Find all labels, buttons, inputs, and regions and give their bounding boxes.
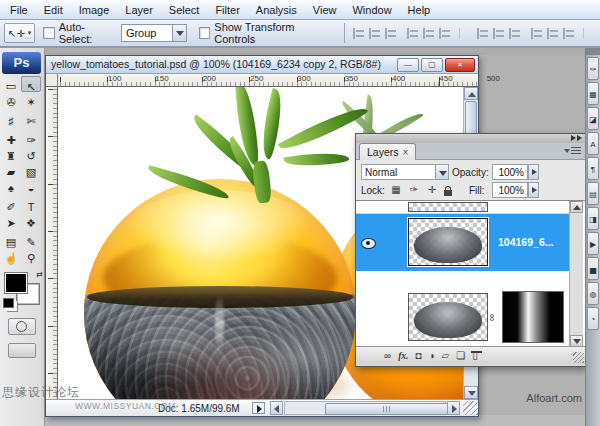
horizontal-scrollbar[interactable] [270, 401, 460, 415]
zoom-tool-icon[interactable]: ⚲ [21, 248, 41, 264]
tab-layers[interactable]: Layers × [359, 143, 416, 160]
layer-row-partial[interactable] [356, 201, 569, 214]
minimize-button[interactable]: — [397, 58, 419, 72]
menu-item[interactable]: Layer [117, 2, 161, 18]
lock-image-icon[interactable]: ✑ [407, 182, 421, 197]
document-titlebar[interactable]: yellow_tomatoes_tutorial.psd @ 100% (104… [46, 56, 478, 74]
align-bottom-edges-icon[interactable] [384, 28, 397, 39]
horizontal-scroll-track[interactable] [284, 401, 446, 415]
opacity-slider-arrow[interactable] [528, 164, 539, 180]
lasso-tool-icon[interactable]: ✇ [1, 92, 21, 108]
lock-all-icon[interactable] [444, 190, 452, 196]
custom-shape-tool-icon[interactable]: ❖ [21, 213, 41, 229]
menu-item[interactable]: View [305, 2, 345, 18]
magic-wand-tool-icon[interactable]: ✶ [21, 92, 41, 108]
menu-item[interactable]: Help [400, 2, 439, 18]
menu-item[interactable]: Select [161, 2, 208, 18]
dock-character-icon[interactable]: A [587, 132, 599, 155]
healing-brush-tool-icon[interactable]: ✚ [1, 130, 21, 146]
menu-item[interactable]: Image [71, 2, 118, 18]
dock-brushes-icon[interactable]: ✑ [587, 57, 599, 80]
fill-value[interactable]: 100% [492, 182, 528, 198]
dock-clone-source-icon[interactable]: ▦ [587, 82, 599, 105]
distribute-left-edges-icon[interactable] [530, 28, 543, 39]
lock-position-icon[interactable]: ✛ [425, 182, 439, 197]
menu-item[interactable]: Edit [36, 2, 71, 18]
scroll-up-icon[interactable] [464, 87, 478, 100]
horizontal-scroll-thumb[interactable] [325, 403, 452, 415]
distribute-right-edges-icon[interactable] [562, 28, 584, 39]
dock-navigator-icon[interactable]: ◍ [587, 282, 599, 305]
panel-resize-grip[interactable] [573, 352, 584, 363]
collapse-dock-icon[interactable] [569, 135, 583, 142]
layer-mask-thumbnail[interactable] [502, 291, 564, 343]
new-layer-button[interactable]: ❏ [456, 348, 465, 364]
align-vertical-centers-icon[interactable] [368, 28, 381, 39]
dock-channels-icon[interactable]: ◨ [587, 207, 599, 230]
path-selection-tool-icon[interactable]: ➤ [1, 213, 21, 229]
hand-tool-icon[interactable]: ☝ [1, 248, 21, 264]
menu-item[interactable]: File [2, 2, 36, 18]
swap-colors-icon[interactable]: ⇄ [36, 270, 43, 279]
clone-stamp-tool-icon[interactable]: ♜ [1, 146, 21, 162]
move-tool-icon[interactable]: ↖ [21, 76, 41, 92]
align-right-edges-icon[interactable] [438, 28, 460, 39]
dock-info-icon[interactable]: ◔ [587, 307, 599, 330]
distribute-top-edges-icon[interactable] [476, 28, 489, 39]
dodge-tool-icon[interactable]: ◒ [21, 178, 41, 194]
layer-thumbnail[interactable] [408, 293, 488, 341]
dock-layer-comps-icon[interactable]: ▤ [587, 182, 599, 205]
auto-select-checkbox[interactable] [43, 27, 54, 39]
brush-tool-icon[interactable]: ✑ [21, 130, 41, 146]
dock-paragraph-icon[interactable]: ¶ [587, 157, 599, 180]
layer-row[interactable]: ∞ [356, 288, 569, 346]
eyedropper-tool-icon[interactable]: ✎ [21, 232, 41, 248]
show-transform-controls-checkbox[interactable] [199, 27, 210, 39]
menu-item[interactable]: Analysis [248, 2, 305, 18]
link-layers-button[interactable]: ∞ [384, 348, 391, 364]
layer-style-button[interactable]: fx. [398, 348, 408, 364]
screen-mode-button[interactable] [8, 343, 36, 358]
distribute-horizontal-centers-icon[interactable] [546, 28, 559, 39]
quick-mask-button[interactable] [8, 318, 36, 335]
close-button[interactable]: × [445, 58, 475, 72]
dock-actions-icon[interactable]: ▶ [587, 232, 599, 255]
crop-tool-icon[interactable]: ♯ [1, 111, 21, 127]
layers-scrollbar[interactable] [569, 201, 583, 346]
distribute-vertical-centers-icon[interactable] [492, 28, 505, 39]
foreground-color-swatch[interactable] [5, 273, 27, 293]
new-group-button[interactable]: ▱ [442, 348, 450, 364]
auto-select-group-dropdown[interactable]: Group [121, 24, 187, 42]
dock-styles-icon[interactable]: ◪ [587, 107, 599, 130]
scroll-down-icon[interactable] [570, 335, 583, 346]
layer-thumbnail[interactable] [408, 202, 488, 212]
dock-histogram-icon[interactable]: ▅ [587, 257, 599, 280]
layer-thumbnail[interactable] [408, 218, 488, 266]
fill-slider-arrow[interactable] [528, 182, 539, 198]
layer-name[interactable]: 104169_6... [498, 236, 553, 248]
adjustment-layer-button[interactable]: ◑ [428, 348, 434, 364]
layer-visibility-icon[interactable] [361, 238, 376, 249]
panel-menu-icon[interactable] [566, 147, 581, 156]
close-tab-icon[interactable]: × [403, 147, 409, 158]
eraser-tool-icon[interactable]: ▰ [1, 162, 21, 178]
scroll-left-icon[interactable] [270, 401, 283, 415]
notes-tool-icon[interactable]: ▤ [1, 232, 21, 248]
blur-tool-icon[interactable]: ♠ [1, 178, 21, 194]
panel-title-strip[interactable] [356, 134, 585, 143]
type-tool-icon[interactable]: T [21, 197, 41, 213]
align-horizontal-centers-icon[interactable] [422, 28, 435, 39]
gradient-tool-icon[interactable]: ▧ [21, 162, 41, 178]
align-left-edges-icon[interactable] [406, 28, 419, 39]
align-top-edges-icon[interactable] [352, 28, 365, 39]
add-layer-mask-button[interactable]: ◘ [415, 348, 421, 364]
slice-tool-icon[interactable]: ✄ [21, 111, 41, 127]
blend-mode-dropdown[interactable]: Normal [361, 164, 449, 180]
maximize-button[interactable]: ▢ [421, 58, 443, 72]
menu-item[interactable]: Filter [207, 2, 247, 18]
tool-preset-picker[interactable]: ↖✛ ▾ [4, 23, 35, 43]
menu-item[interactable]: Window [344, 2, 399, 18]
default-colors-icon[interactable] [3, 298, 14, 308]
pen-tool-icon[interactable]: ✐ [1, 197, 21, 213]
lock-transparency-icon[interactable]: ▦ [389, 182, 403, 197]
